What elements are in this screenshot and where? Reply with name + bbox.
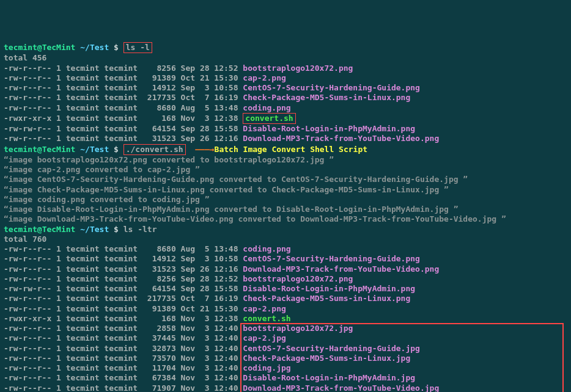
list-row: -rw-r--r-- 1 tecmint tecmint 2858 Nov 3 …: [4, 324, 567, 333]
prompt-dollar: $: [114, 43, 119, 52]
prompt-host: TecMint: [42, 43, 76, 52]
output-message: “image bootstraplogo120x72.png converted…: [4, 155, 567, 165]
prompt-at: @: [37, 43, 42, 52]
file-name: CentOS-7-Security-Hardening-Guide.jpg: [243, 344, 420, 353]
prompt-user: tecmint: [4, 43, 37, 52]
file-name: coding.jpg: [243, 363, 290, 372]
file-name: Check-Package-MD5-Sums-in-Linux.jpg: [243, 354, 410, 363]
prompt-line-2: tecmint@TecMint ~/Test $ ./convert.sh ——…: [4, 144, 567, 155]
prompt-line-1: tecmint@TecMint ~/Test $ ls -l: [4, 42, 567, 53]
list-row: -rw-r--r-- 1 tecmint tecmint 71907 Nov 3…: [4, 383, 567, 393]
file-name: cap-2.png: [243, 73, 286, 82]
file-meta: -rwxr-xr-x 1 tecmint tecmint 168 Nov 3 1…: [4, 314, 243, 323]
file-meta: -rw-r--r-- 1 tecmint tecmint 14912 Sep 3…: [4, 83, 243, 92]
file-meta: -rw-r--r-- 1 tecmint tecmint 73570 Nov 3…: [4, 354, 243, 363]
list-row: -rw-r--r-- 1 tecmint tecmint 91389 Oct 2…: [4, 304, 567, 314]
list-row: -rw-r--r-- 1 tecmint tecmint 31523 Sep 2…: [4, 264, 567, 274]
list-row: -rw-r--r-- 1 tecmint tecmint 11704 Nov 3…: [4, 363, 567, 373]
file-name: Check-Package-MD5-Sums-in-Linux.png: [243, 93, 410, 102]
total-line-2: total 760: [4, 234, 567, 244]
file-meta: -rwxr-xr-x 1 tecmint tecmint 168 Nov 3 1…: [4, 114, 243, 123]
list-row: -rw-rw-r-- 1 tecmint tecmint 64154 Sep 2…: [4, 284, 567, 294]
file-name: Download-MP3-Track-from-YouTube-Video.pn…: [243, 134, 439, 143]
file-name: CentOS-7-Security-Hardening-Guide.png: [243, 254, 420, 263]
file-name: Download-MP3-Track-from-YouTube-Video.jp…: [243, 383, 439, 393]
file-name: cap-2.png: [243, 304, 286, 313]
file-name: Disable-Root-Login-in-PhpMyAdmin.png: [243, 284, 415, 293]
output-message: “image Download-MP3-Track-from-YouTube-V…: [4, 214, 567, 224]
list-row: -rwxr-xr-x 1 tecmint tecmint 168 Nov 3 1…: [4, 113, 567, 124]
file-meta: -rw-r--r-- 1 tecmint tecmint 2858 Nov 3 …: [4, 324, 243, 333]
annotation-label: Batch Image Convert Shell Script: [215, 145, 367, 154]
highlight-cmd-ls: ls -l: [123, 42, 152, 53]
terminal-output[interactable]: tecmint@TecMint ~/Test $ ls -ltotal 456-…: [4, 42, 567, 392]
file-meta: -rw-r--r-- 1 tecmint tecmint 8256 Sep 28…: [4, 64, 243, 73]
file-name: bootstraplogo120x72.png: [243, 274, 353, 283]
file-meta: -rw-r--r-- 1 tecmint tecmint 11704 Nov 3…: [4, 363, 243, 372]
output-message: “image Check-Package-MD5-Sums-in-Linux.p…: [4, 185, 567, 195]
file-meta: -rw-r--r-- 1 tecmint tecmint 8256 Sep 28…: [4, 274, 243, 283]
file-meta: -rw-r--r-- 1 tecmint tecmint 71907 Nov 3…: [4, 383, 243, 393]
list-row: -rw-rw-r-- 1 tecmint tecmint 64154 Sep 2…: [4, 124, 567, 134]
total-line-1: total 456: [4, 53, 567, 63]
file-name: cap-2.jpg: [243, 333, 286, 343]
list-row: -rw-r--r-- 1 tecmint tecmint 8256 Sep 28…: [4, 274, 567, 284]
list-row: -rw-r--r-- 1 tecmint tecmint 91389 Oct 2…: [4, 73, 567, 83]
list-row: -rw-r--r-- 1 tecmint tecmint 217735 Oct …: [4, 93, 567, 103]
command-convert-sh: ./convert.sh: [126, 145, 183, 154]
list-row: -rw-r--r-- 1 tecmint tecmint 67384 Nov 3…: [4, 373, 567, 383]
file-meta: -rw-r--r-- 1 tecmint tecmint 91389 Oct 2…: [4, 304, 243, 313]
highlight-file: convert.sh: [243, 113, 295, 124]
output-message: “image CentOS-7-Security-Hardening-Guide…: [4, 175, 567, 184]
list-row: -rw-r--r-- 1 tecmint tecmint 217735 Oct …: [4, 294, 567, 303]
arrow-icon: ———→: [195, 145, 214, 154]
command-ls-l: ls -l: [126, 43, 150, 52]
list-row: -rw-r--r-- 1 tecmint tecmint 8680 Aug 5 …: [4, 103, 567, 113]
list-row: -rwxr-xr-x 1 tecmint tecmint 168 Nov 3 1…: [4, 314, 567, 324]
output-message: “image Disable-Root-Login-in-PhpMyAdmin.…: [4, 205, 567, 214]
list-row: -rw-r--r-- 1 tecmint tecmint 14912 Sep 3…: [4, 83, 567, 93]
file-meta: -rw-r--r-- 1 tecmint tecmint 67384 Nov 3…: [4, 373, 243, 382]
file-meta: -rw-r--r-- 1 tecmint tecmint 14912 Sep 3…: [4, 254, 243, 263]
output-message: “image cap-2.png converted to cap-2.jpg …: [4, 165, 567, 175]
output-message: “image coding.png converted to coding.jp…: [4, 195, 567, 205]
file-name: bootstraplogo120x72.png: [243, 64, 353, 73]
file-meta: -rw-r--r-- 1 tecmint tecmint 31523 Sep 2…: [4, 264, 243, 274]
list-row: -rw-r--r-- 1 tecmint tecmint 8256 Sep 28…: [4, 64, 567, 73]
command-ls-ltr: ls -ltr: [123, 225, 157, 234]
file-name: Disable-Root-Login-in-PhpMyAdmin.jpg: [243, 373, 415, 382]
file-meta: -rw-rw-r-- 1 tecmint tecmint 64154 Sep 2…: [4, 124, 243, 133]
file-meta: -rw-r--r-- 1 tecmint tecmint 31523 Sep 2…: [4, 134, 243, 143]
list-row: -rw-r--r-- 1 tecmint tecmint 8680 Aug 5 …: [4, 244, 567, 254]
file-meta: -rw-r--r-- 1 tecmint tecmint 37445 Nov 3…: [4, 333, 243, 343]
file-meta: -rw-r--r-- 1 tecmint tecmint 91389 Oct 2…: [4, 73, 243, 82]
file-name: Check-Package-MD5-Sums-in-Linux.png: [243, 294, 410, 303]
file-meta: -rw-r--r-- 1 tecmint tecmint 8680 Aug 5 …: [4, 244, 243, 253]
file-meta: -rw-r--r-- 1 tecmint tecmint 217735 Oct …: [4, 93, 243, 102]
highlight-cmd-convert: ./convert.sh: [123, 144, 186, 155]
file-meta: -rw-r--r-- 1 tecmint tecmint 8680 Aug 5 …: [4, 103, 243, 112]
file-name: Disable-Root-Login-in-PhpMyAdmin.png: [243, 124, 415, 133]
file-name: Download-MP3-Track-from-YouTube-Video.pn…: [243, 264, 439, 274]
list-row: -rw-r--r-- 1 tecmint tecmint 31523 Sep 2…: [4, 134, 567, 143]
file-meta: -rw-r--r-- 1 tecmint tecmint 217735 Oct …: [4, 294, 243, 303]
file-name: coding.png: [243, 103, 290, 112]
file-name: CentOS-7-Security-Hardening-Guide.png: [243, 83, 420, 92]
list-row: -rw-r--r-- 1 tecmint tecmint 14912 Sep 3…: [4, 254, 567, 264]
prompt-line-3: tecmint@TecMint ~/Test $ ls -ltr: [4, 225, 567, 234]
file-name: coding.png: [243, 244, 290, 253]
file-meta: -rw-r--r-- 1 tecmint tecmint 32873 Nov 3…: [4, 344, 243, 353]
prompt-path: ~/Test: [80, 43, 109, 52]
file-meta: -rw-rw-r-- 1 tecmint tecmint 64154 Sep 2…: [4, 284, 243, 293]
list-row: -rw-r--r-- 1 tecmint tecmint 37445 Nov 3…: [4, 333, 567, 343]
file-name: convert.sh: [245, 114, 293, 123]
file-name: convert.sh: [243, 314, 290, 323]
list-row: -rw-r--r-- 1 tecmint tecmint 32873 Nov 3…: [4, 344, 567, 354]
file-name: bootstraplogo120x72.jpg: [243, 324, 353, 333]
list-row: -rw-r--r-- 1 tecmint tecmint 73570 Nov 3…: [4, 354, 567, 363]
